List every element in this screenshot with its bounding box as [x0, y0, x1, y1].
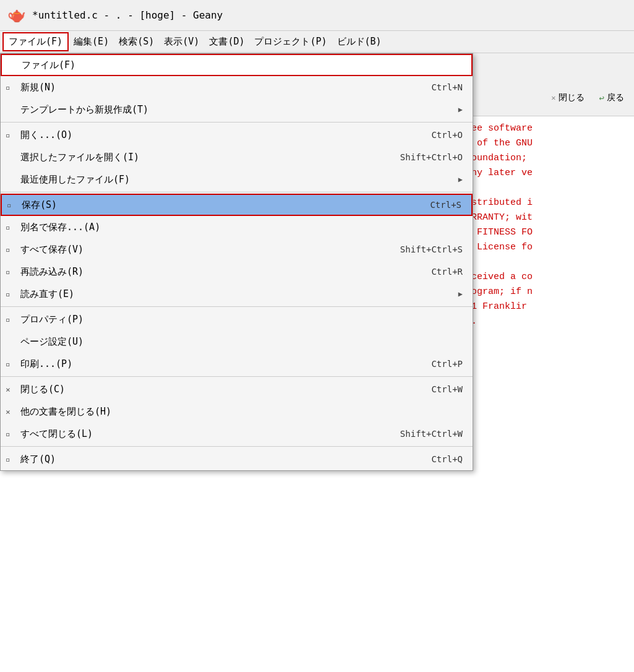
print-icon: ▫: [6, 360, 11, 369]
menu-item-close-others[interactable]: × 他の文書を閉じる(H): [1, 400, 473, 423]
code-line-6: istributed i: [466, 196, 629, 210]
save-label: 保存(S): [22, 199, 57, 211]
separator-5: [1, 446, 473, 447]
menu-document[interactable]: 文書(D): [204, 33, 249, 50]
print-shortcut: Ctrl+P: [431, 359, 463, 369]
properties-label: プロパティ(P): [20, 314, 84, 325]
save-all-label: すべて保存(V): [20, 244, 84, 256]
menu-item-save-all[interactable]: ▫ すべて保存(V) Shift+Ctrl+S: [1, 238, 473, 261]
open-label: 開く...(O): [20, 129, 72, 141]
recent-label: 最近使用したファイル(F): [20, 174, 130, 186]
menu-item-page-setup[interactable]: ページ設定(U): [1, 330, 473, 353]
close-x-icon: ✕: [551, 93, 555, 102]
code-line-4: any later ve: [466, 166, 629, 181]
close-all-shortcut: Shift+Ctrl+W: [400, 429, 463, 439]
code-line-11: eceived a co: [466, 270, 629, 285]
quit-shortcut: Ctrl+Q: [431, 454, 463, 464]
editor-toolbar: ✕ 閉じる ↩ 戻る: [461, 79, 634, 116]
close-label: 閉じる: [559, 92, 585, 103]
code-line-13: 51 Franklir: [466, 299, 629, 314]
menu-build[interactable]: ビルド(B): [332, 33, 387, 50]
code-line-2: s of the GNU: [466, 136, 629, 151]
properties-icon: ▫: [6, 315, 11, 324]
new-shortcut: Ctrl+N: [431, 82, 463, 92]
save-shortcut: Ctrl+S: [430, 200, 461, 210]
open-shortcut: Ctrl+O: [431, 130, 463, 140]
close-doc-label: 閉じる(C): [20, 384, 65, 395]
separator-3: [1, 306, 473, 307]
separator-4: [1, 376, 473, 377]
close-doc-shortcut: Ctrl+W: [431, 384, 463, 394]
print-label: 印刷...(P): [20, 358, 72, 370]
menu-item-reread[interactable]: ▫ 読み直す(E) ▶: [1, 283, 473, 305]
reload-shortcut: Ctrl+R: [431, 267, 463, 277]
reread-label: 読み直す(E): [20, 288, 74, 300]
file-menu-header-label: ファイル(F): [22, 59, 75, 71]
quit-icon: ▫: [6, 455, 11, 464]
app-icon: 🫖: [7, 6, 26, 25]
code-line-10: [466, 255, 629, 270]
separator-2: [1, 192, 473, 192]
open-selected-label: 選択したファイルを開く(I): [20, 152, 139, 163]
quit-label: 終了(Q): [20, 454, 56, 465]
save-as-label: 別名で保存...(A): [20, 222, 100, 233]
menu-item-print[interactable]: ▫ 印刷...(P) Ctrl+P: [1, 353, 473, 375]
open-selected-shortcut: Shift+Ctrl+O: [400, 152, 463, 162]
separator-1: [1, 122, 473, 123]
code-line-7: ARRANTY; wit: [466, 210, 629, 225]
submenu-arrow: ▶: [458, 105, 463, 114]
close-all-icon: ▫: [6, 429, 11, 439]
reread-submenu-arrow: ▶: [458, 290, 463, 298]
code-line-14: A.: [466, 314, 629, 329]
title-bar: 🫖 *untitled.c - . - [hoge] - Geany: [0, 0, 634, 31]
new-icon: ▫: [6, 83, 11, 92]
code-line-3: Foundation;: [466, 151, 629, 166]
close-button[interactable]: ✕ 閉じる: [551, 92, 584, 103]
recent-submenu-arrow: ▶: [458, 175, 463, 184]
menu-item-new-from-template[interactable]: テンプレートから新規作成(T) ▶: [1, 98, 473, 121]
reload-label: 再読み込み(R): [20, 266, 84, 278]
save-all-shortcut: Shift+Ctrl+S: [400, 244, 463, 254]
save-all-icon: ▫: [6, 245, 11, 254]
code-line-9: c License fo: [466, 240, 629, 255]
code-line-1: ree software: [466, 121, 629, 136]
menu-project[interactable]: プロジェクト(P): [249, 33, 332, 50]
menu-item-open[interactable]: ▫ 開く...(O) Ctrl+O: [1, 124, 473, 146]
back-button[interactable]: ↩ 戻る: [599, 92, 624, 103]
open-icon: ▫: [6, 131, 11, 140]
file-menu-header: ファイル(F): [1, 54, 473, 76]
menu-item-open-selected[interactable]: 選択したファイルを開く(I) Shift+Ctrl+O: [1, 146, 473, 168]
save-icon: ▫: [7, 200, 12, 210]
menu-item-close-all[interactable]: ▫ すべて閉じる(L) Shift+Ctrl+W: [1, 423, 473, 445]
menu-view[interactable]: 表示(V): [159, 33, 204, 50]
menu-item-properties[interactable]: ▫ プロパティ(P): [1, 308, 473, 330]
menu-item-reload[interactable]: ▫ 再読み込み(R) Ctrl+R: [1, 261, 473, 283]
window-title: *untitled.c - . - [hoge] - Geany: [32, 9, 223, 21]
menu-item-new[interactable]: ▫ 新規(N) Ctrl+N: [1, 76, 473, 98]
menu-item-save-as[interactable]: ▫ 別名で保存...(A): [1, 216, 473, 238]
close-others-icon: ×: [6, 407, 11, 416]
back-label: 戻る: [607, 92, 624, 103]
code-line-12: rogram; if n: [466, 285, 629, 299]
reread-icon: ▫: [6, 290, 11, 299]
new-label: 新規(N): [20, 82, 56, 93]
menu-search[interactable]: 検索(S): [114, 33, 159, 50]
back-arrow-icon: ↩: [599, 93, 604, 103]
file-dropdown-menu: ファイル(F) ▫ 新規(N) Ctrl+N テンプレートから新規作成(T) ▶…: [0, 53, 473, 471]
menu-item-save[interactable]: ▫ 保存(S) Ctrl+S: [1, 194, 473, 216]
editor-code-content: ree software s of the GNU Foundation; an…: [461, 116, 634, 334]
menu-item-close[interactable]: × 閉じる(C) Ctrl+W: [1, 378, 473, 400]
reload-icon: ▫: [6, 267, 11, 277]
close-others-label: 他の文書を閉じる(H): [20, 406, 111, 418]
code-line-5: [466, 181, 629, 196]
close-doc-icon: ×: [6, 385, 11, 394]
code-line-8: r FITNESS FO: [466, 225, 629, 240]
menu-edit[interactable]: 編集(E): [69, 33, 114, 50]
close-all-label: すべて閉じる(L): [20, 428, 93, 440]
menu-file[interactable]: ファイル(F): [2, 32, 69, 51]
page-setup-label: ページ設定(U): [20, 336, 84, 348]
menu-item-quit[interactable]: ▫ 終了(Q) Ctrl+Q: [1, 448, 473, 470]
menu-item-recent[interactable]: 最近使用したファイル(F) ▶: [1, 168, 473, 191]
save-as-icon: ▫: [6, 223, 11, 232]
new-template-label: テンプレートから新規作成(T): [20, 104, 148, 116]
